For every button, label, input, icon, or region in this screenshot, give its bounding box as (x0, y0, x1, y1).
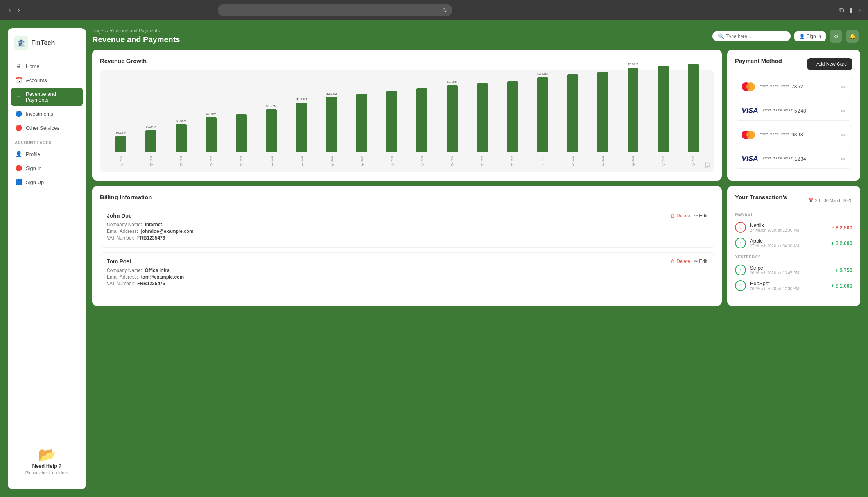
sidebar-item-signin[interactable]: 🔴 Sign In (11, 161, 83, 175)
bar-group: $0.55MQ3 2012 (167, 119, 195, 169)
bar-value-label: $4.14M (537, 72, 548, 76)
transaction-row: ↑ Apple 27 March 2020, at 04:30 AM + $ 2… (735, 235, 852, 251)
card-number: **** **** **** 5248 (763, 108, 807, 114)
bar (416, 88, 427, 152)
bar (477, 83, 488, 152)
search-input[interactable] (726, 34, 785, 39)
payment-cards-list: **** **** **** 7852✏VISA**** **** **** 5… (735, 77, 852, 169)
bar (176, 124, 187, 152)
edit-card-button[interactable]: ✏ (841, 156, 846, 162)
help-illustration: 📂 (14, 447, 80, 463)
payment-card-row: VISA**** **** **** 1234✏ (735, 149, 852, 169)
search-box[interactable]: 🔍 (712, 31, 791, 41)
email-value: johndoe@example.com (141, 229, 193, 234)
add-card-button[interactable]: + Add New Card (807, 58, 852, 70)
bar-group: $0.18MQ1 2012 (106, 131, 135, 169)
billing-entry: John Doe 🗑 Delete ✏ Edit Company Name: I… (100, 207, 714, 248)
email-field: Email Address: johndoe@example.com (107, 229, 707, 234)
bar (386, 91, 397, 152)
accounts-icon: 📅 (15, 77, 22, 83)
window-action-2[interactable]: ⬆ (848, 7, 854, 14)
tx-date: 26 March 2020, at 12:30 PM (750, 286, 799, 291)
calendar-icon: 📅 (808, 198, 814, 203)
card-number: **** **** **** 9898 (760, 132, 803, 138)
company-value: Internet (145, 222, 162, 227)
edit-card-button[interactable]: ✏ (841, 84, 846, 90)
reload-button[interactable]: ↻ (443, 7, 448, 13)
delete-button[interactable]: 🗑 Delete (671, 213, 690, 218)
vat-field: VAT Number: FRB1235476 (107, 281, 707, 286)
main-nav: 🖥 Home 📅 Accounts ≡ Revenue and Payments… (8, 59, 86, 135)
revenue-icon: ≡ (15, 94, 22, 100)
chart-area: $0.18MQ1 2012$0.34MQ2 2012$0.55MQ3 2012$… (100, 70, 714, 172)
edit-button[interactable]: ✏ Edit (694, 213, 707, 218)
sidebar-item-signup[interactable]: 🟦 Sign Up (11, 175, 83, 189)
main-content: Pages / Revenue and Payments Revenue and… (92, 28, 860, 489)
chart-icon: 🖼 (705, 162, 711, 169)
payment-header: Payment Method + Add New Card (735, 57, 852, 70)
vat-value: FRB1235476 (137, 281, 165, 286)
date-range-text: 23 - 30 March 2020 (815, 198, 852, 203)
tx-amount: - $ 2,500 (832, 225, 852, 231)
tx-direction-icon: ↑ (735, 238, 746, 248)
revenue-card: Revenue Growth $0.18MQ1 2012$0.34MQ2 201… (92, 50, 722, 181)
delete-button[interactable]: 🗑 Delete (671, 259, 690, 264)
main-layout: 🏦 FinTech 🖥 Home 📅 Accounts ≡ Revenue an… (8, 28, 860, 489)
notifications-button[interactable]: 🔔 (846, 30, 859, 43)
bar-period-label: Q1 2013 (240, 153, 243, 169)
header-actions: 🔍 👤 Sign In ⚙ 🔔 (712, 30, 859, 43)
sidebar-item-other[interactable]: 🔴 Other Services (11, 121, 83, 134)
bar-period-label: Q4 2016 (692, 153, 694, 169)
settings-button[interactable]: ⚙ (830, 30, 842, 43)
bar-period-label: Q4 2013 (330, 153, 333, 169)
tx-left: ↑ Apple 27 March 2020, at 04:30 AM (735, 238, 799, 248)
edit-button[interactable]: ✏ Edit (694, 259, 707, 264)
sidebar-item-accounts[interactable]: 📅 Accounts (11, 73, 83, 87)
other-icon: 🔴 (15, 125, 22, 131)
card-info: VISA**** **** **** 1234 (742, 155, 807, 163)
bar-group: $0.34MQ2 2012 (136, 125, 165, 169)
breadcrumb-sep: / (107, 28, 108, 34)
sign-in-button[interactable]: 👤 Sign In (794, 31, 826, 41)
bar-period-label: Q2 2013 (270, 153, 273, 169)
edit-card-button[interactable]: ✏ (841, 132, 846, 138)
billing-name: John Doe (107, 213, 132, 219)
transaction-row: ↓ Netflix 27 March 2020, at 12:30 PM - $… (735, 220, 852, 235)
bar-period-label: Q3 2014 (421, 153, 423, 169)
window-action-1[interactable]: ⧉ (839, 7, 844, 14)
bar-value-label: $0.34M (146, 125, 156, 129)
tx-left: ↑ Stripe 26 March 2020, at 13:45 PM (735, 265, 799, 275)
tx-amount: + $ 2,000 (831, 240, 852, 246)
address-bar: ↻ (218, 4, 452, 16)
sidebar-item-profile[interactable]: 👤 Profile (11, 147, 83, 161)
edit-card-button[interactable]: ✏ (841, 108, 846, 114)
bar (266, 109, 277, 152)
vat-value: FRB1235476 (137, 235, 165, 241)
transaction-row: ↑ Stripe 26 March 2020, at 13:45 PM + $ … (735, 262, 852, 278)
sidebar: 🏦 FinTech 🖥 Home 📅 Accounts ≡ Revenue an… (8, 28, 86, 489)
email-field: Email Address: tom@example.com (107, 274, 707, 280)
logo-area: 🏦 FinTech (8, 36, 86, 59)
browser-actions: ⧉ ⬆ + (839, 7, 862, 14)
bar (145, 130, 156, 152)
bar-period-label: Q3 2012 (180, 153, 183, 169)
bar (567, 74, 578, 152)
bar (597, 72, 608, 152)
sidebar-item-investments[interactable]: 🔵 Investments (11, 107, 83, 120)
sidebar-item-home[interactable]: 🖥 Home (11, 59, 83, 73)
title-area: Pages / Revenue and Payments Revenue and… (92, 28, 180, 44)
bar-period-label: Q1 2012 (120, 153, 122, 169)
transaction-row: ↑ HubSpot 26 March 2020, at 12:30 PM + $… (735, 278, 852, 293)
bar-value-label: $1.82M (296, 98, 307, 101)
help-title: Need Help ? (14, 463, 80, 469)
bar-group: $1.27MQ2 2013 (257, 104, 286, 169)
bar-value-label: $0.18M (116, 131, 126, 134)
page-header: Pages / Revenue and Payments Revenue and… (92, 28, 860, 44)
window-action-3[interactable]: + (858, 7, 862, 14)
tx-name: HubSpot (750, 281, 799, 286)
bar (537, 77, 548, 152)
sidebar-item-revenue[interactable]: ≡ Revenue and Payments (11, 88, 83, 106)
forward-button[interactable]: › (15, 6, 22, 14)
page-title: Revenue and Payments (92, 35, 180, 44)
back-button[interactable]: ‹ (6, 6, 13, 14)
